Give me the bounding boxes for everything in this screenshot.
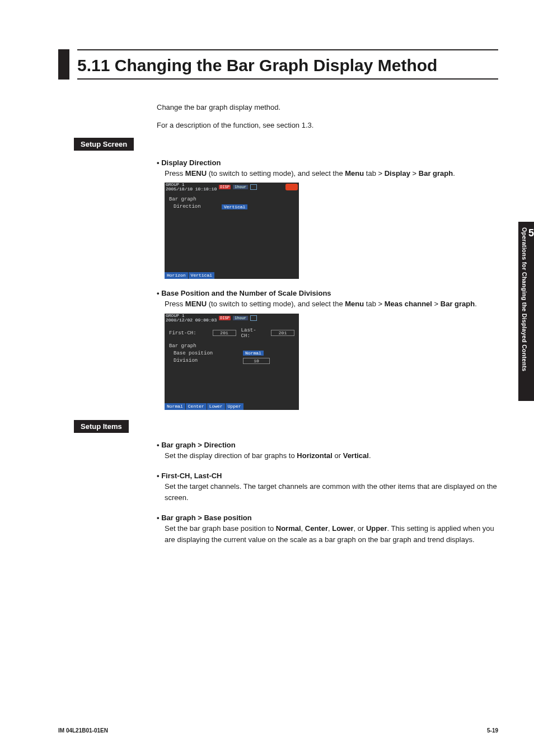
display-direction-block: Display Direction Press MENU (to switch … <box>157 158 498 279</box>
screenshot-footer: Horizon Vertical <box>165 272 299 279</box>
manual-code: IM 04L21B01-01EN <box>58 727 108 734</box>
section-heading: 5.11 Changing the Bar Graph Display Meth… <box>58 49 498 80</box>
hour-badge: 1hour <box>233 316 248 320</box>
row-label: Bar graph <box>169 197 196 202</box>
item-direction: Bar graph > Direction Set the display di… <box>157 441 498 461</box>
footer-btn: Center <box>186 403 207 410</box>
base-position-block: Base Position and the Number of Scale Di… <box>157 289 498 409</box>
item-title: Bar graph > Direction <box>157 441 498 449</box>
page-number: 5-19 <box>487 727 498 734</box>
screenshot-titlebar: GROUP 12008/12/02 09:00:03 DISP 1hour <box>165 314 299 323</box>
screenshot-baseposition: GROUP 12008/12/02 09:00:03 DISP 1hour Fi… <box>165 314 299 410</box>
chapter-side-tab: 5 Operations for Changing the Displayed … <box>518 222 534 401</box>
intro-line: Change the bar graph display method. <box>157 102 498 113</box>
page-footer: IM 04L21B01-01EN 5-19 <box>58 727 498 734</box>
row-label: Bar graph <box>169 343 196 349</box>
lastch-value: 201 <box>271 330 294 336</box>
footer-btn: Upper <box>226 403 243 410</box>
footer-btn: Vertical <box>189 272 214 279</box>
item-body: Set the display direction of bar graphs … <box>165 450 498 461</box>
disp-badge: DISP <box>219 316 231 320</box>
screenshot-direction: GROUP 12005/10/10 10:10:10 DISP 1hour Ba… <box>165 183 299 279</box>
footer-btn: Lower <box>207 403 225 410</box>
firstch-value: 201 <box>213 330 236 336</box>
screenshot-footer: Normal Center Lower Upper <box>165 403 299 410</box>
disp-badge: DISP <box>219 185 231 189</box>
division-value: 10 <box>243 358 270 364</box>
screenshot-titlebar: GROUP 12005/10/10 10:10:10 DISP 1hour <box>165 183 299 192</box>
footer-btn: Normal <box>165 403 185 410</box>
screenshot-group: GROUP 12005/10/10 10:10:10 <box>166 183 217 192</box>
firstch-label: First-CH: <box>169 330 213 336</box>
direction-value: Vertical <box>222 204 247 209</box>
item-title: Bar graph > Base position <box>157 514 498 522</box>
setup-items-label: Setup Items <box>74 420 129 433</box>
display-direction-title: Display Direction <box>157 158 498 167</box>
chapter-number: 5 <box>528 227 534 239</box>
baseposition-value: Normal <box>243 351 264 356</box>
direction-label: Direction <box>169 204 222 209</box>
base-position-body: Press MENU (to switch to setting mode), … <box>165 298 498 310</box>
hour-badge: 1hour <box>233 185 248 189</box>
item-firstlast: First-CH, Last-CH Set the target channel… <box>157 472 498 503</box>
camera-icon <box>250 315 257 321</box>
chapter-title: Operations for Changing the Displayed Co… <box>521 227 528 371</box>
item-body: Set the target channels. The target chan… <box>165 481 498 503</box>
heading-bar <box>58 49 69 80</box>
record-icon <box>285 184 298 190</box>
lastch-label: Last-CH: <box>241 328 263 339</box>
item-basepos: Bar graph > Base position Set the bar gr… <box>157 514 498 545</box>
heading-text: 5.11 Changing the Bar Graph Display Meth… <box>77 49 498 80</box>
division-label: Division <box>169 358 222 363</box>
intro-line: For a description of the function, see s… <box>157 120 498 131</box>
footer-btn: Horizon <box>165 272 188 279</box>
camera-icon <box>250 184 257 190</box>
base-position-title: Base Position and the Number of Scale Di… <box>157 289 498 297</box>
intro-block: Change the bar graph display method. For… <box>157 102 498 131</box>
screenshot-group: GROUP 12008/12/02 09:00:03 <box>166 314 217 323</box>
baseposition-label: Base position <box>169 351 222 356</box>
setup-screen-label: Setup Screen <box>74 138 134 151</box>
item-title: First-CH, Last-CH <box>157 472 498 480</box>
item-body: Set the bar graph base position to Norma… <box>165 523 498 545</box>
display-direction-body: Press MENU (to switch to setting mode), … <box>165 168 498 179</box>
